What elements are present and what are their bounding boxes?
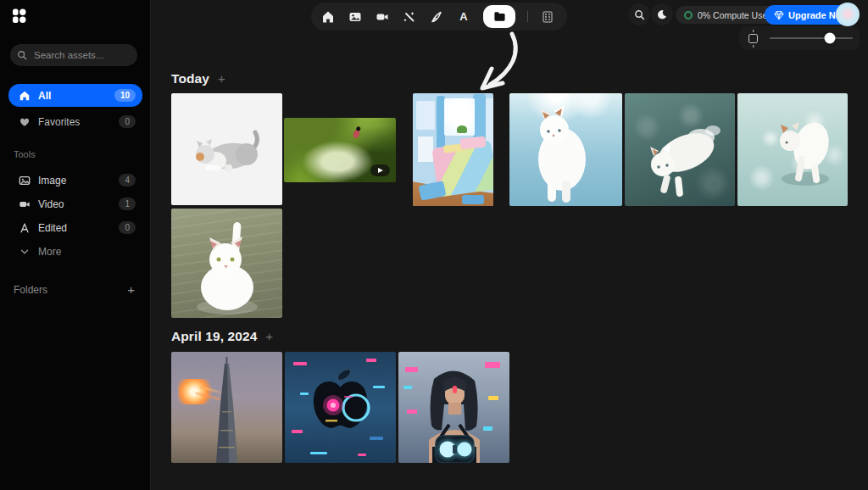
main-toolbar: A bbox=[311, 3, 567, 31]
folder-icon bbox=[493, 10, 506, 23]
section-title: April 19, 2024 bbox=[171, 329, 257, 344]
image-tool-icon[interactable] bbox=[348, 9, 363, 25]
sidebar-item-edited[interactable]: Edited 0 bbox=[8, 216, 142, 239]
bedroom-art bbox=[416, 101, 435, 130]
chevron-down-icon bbox=[19, 246, 31, 258]
toolbar-divider bbox=[527, 11, 528, 22]
sidebar: All 10 Favorites 0 Tools Image 4 Video 1 bbox=[0, 0, 151, 490]
user-avatar[interactable] bbox=[836, 3, 860, 26]
asset-thumbnail-cyberpunk-apple[interactable] bbox=[285, 352, 396, 463]
sidebar-item-video[interactable]: Video 1 bbox=[8, 192, 142, 215]
ladybug-illustration bbox=[352, 129, 360, 139]
sidebar-item-image[interactable]: Image 4 bbox=[8, 169, 142, 192]
folders-section-label: Folders bbox=[14, 284, 47, 296]
home-icon bbox=[19, 90, 31, 102]
tools-section-label: Tools bbox=[14, 149, 36, 159]
asset-thumbnail-tower-explosion[interactable] bbox=[171, 352, 282, 463]
asset-thumbnail-ladybug-leaf-video[interactable] bbox=[284, 118, 396, 182]
video-play-badge bbox=[370, 164, 390, 176]
assets-tab-selected[interactable] bbox=[483, 5, 515, 28]
sidebar-item-label: Image bbox=[38, 175, 119, 187]
asset-thumbnail-blue-bedroom[interactable] bbox=[413, 93, 493, 206]
count-badge: 0 bbox=[119, 221, 136, 234]
heart-icon bbox=[19, 116, 31, 128]
compute-usage-label: 0% Compute Used bbox=[698, 10, 772, 20]
sidebar-item-all[interactable]: All 10 bbox=[8, 84, 142, 107]
image-icon bbox=[19, 175, 31, 187]
sidebar-item-label: More bbox=[38, 246, 142, 258]
train-tool-icon[interactable]: A bbox=[456, 9, 471, 25]
app-window: All 10 Favorites 0 Tools Image 4 Video 1 bbox=[0, 0, 868, 490]
count-badge: 4 bbox=[119, 174, 136, 187]
film-editor-icon[interactable] bbox=[540, 9, 555, 25]
add-folder-button[interactable]: + bbox=[127, 284, 135, 296]
thumbnail-size-icon[interactable] bbox=[748, 34, 758, 43]
standing-cat-illustration bbox=[171, 209, 282, 318]
global-search-button[interactable] bbox=[628, 3, 650, 25]
krea-logo-icon[interactable] bbox=[11, 8, 28, 25]
swimming-cat-illustration bbox=[625, 93, 735, 206]
arrow-annotation bbox=[458, 24, 551, 100]
theme-toggle-button[interactable] bbox=[651, 3, 673, 25]
section-heading-today: Today + bbox=[171, 71, 225, 86]
asset-thumbnail-cat-diving[interactable] bbox=[509, 93, 622, 206]
enhance-wand-icon[interactable] bbox=[402, 9, 417, 25]
green-progress-ring-icon bbox=[684, 11, 693, 19]
add-to-section-button[interactable]: + bbox=[218, 71, 225, 86]
home-nav-icon[interactable] bbox=[320, 9, 336, 25]
asset-thumbnail-gray-cat[interactable] bbox=[171, 93, 282, 205]
search-icon bbox=[634, 9, 645, 20]
count-badge: 0 bbox=[119, 115, 136, 128]
tower-illustration bbox=[171, 352, 282, 463]
section-heading-april-19-2024: April 19, 2024 + bbox=[171, 329, 273, 344]
thumbnail-size-control bbox=[739, 26, 860, 50]
size-slider[interactable] bbox=[770, 37, 853, 40]
section-title: Today bbox=[171, 71, 209, 86]
gray-cat-illustration bbox=[171, 93, 282, 205]
draw-pen-icon[interactable] bbox=[429, 9, 444, 25]
asset-thumbnail-cyberpunk-girl[interactable] bbox=[398, 352, 509, 463]
wading-cat-illustration bbox=[737, 93, 848, 206]
asset-thumbnail-cat-swimming[interactable] bbox=[625, 93, 735, 206]
gem-icon bbox=[774, 10, 784, 20]
bedroom-art bbox=[462, 195, 484, 204]
asset-thumbnail-cat-standing-water[interactable] bbox=[171, 209, 282, 318]
diving-cat-illustration bbox=[509, 93, 622, 206]
sidebar-item-more[interactable]: More bbox=[8, 240, 142, 263]
size-slider-knob[interactable] bbox=[824, 33, 835, 44]
sidebar-item-label: Edited bbox=[38, 222, 119, 234]
video-tool-icon[interactable] bbox=[375, 9, 390, 25]
sidebar-item-label: All bbox=[38, 90, 114, 102]
asset-thumbnail-cat-wading[interactable] bbox=[737, 93, 848, 206]
sidebar-item-favorites[interactable]: Favorites 0 bbox=[8, 110, 142, 133]
moon-icon bbox=[657, 9, 667, 19]
bedroom-art bbox=[457, 125, 467, 133]
sidebar-item-label: Favorites bbox=[38, 116, 119, 128]
apple-logo-illustration bbox=[285, 352, 396, 463]
video-camera-icon bbox=[19, 198, 31, 210]
add-to-section-button[interactable]: + bbox=[265, 329, 273, 343]
search-input[interactable] bbox=[10, 44, 137, 66]
cyberpunk-girl-illustration bbox=[398, 352, 509, 463]
edited-icon bbox=[19, 222, 31, 234]
count-badge: 10 bbox=[114, 89, 136, 102]
count-badge: 1 bbox=[119, 198, 136, 210]
sidebar-item-label: Video bbox=[38, 198, 119, 210]
